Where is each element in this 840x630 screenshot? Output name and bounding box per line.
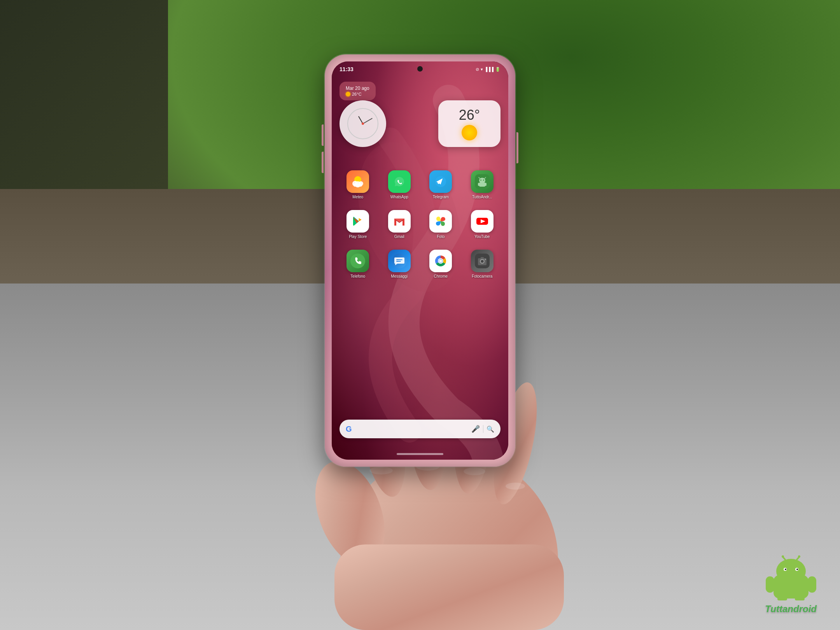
clock-hands <box>347 108 378 139</box>
foto-icon <box>429 210 452 233</box>
svg-rect-58 <box>795 597 805 600</box>
home-indicator <box>397 453 443 455</box>
sun-icon-small <box>346 92 350 96</box>
app-whatsapp[interactable]: WhatsApp <box>384 170 415 199</box>
app-meteo[interactable]: Meteo <box>342 170 373 199</box>
clock-minute-hand <box>363 118 373 124</box>
power-button <box>516 132 518 163</box>
status-icons: ⊘ ▾ ▐▐▐ 🔋 <box>476 67 500 72</box>
app-gmail[interactable]: Gmail <box>384 210 415 239</box>
whatsapp-label: WhatsApp <box>390 195 408 199</box>
widgets-area: 26° <box>340 100 500 147</box>
phone-body: 11:33 ⊘ ▾ ▐▐▐ 🔋 Mar 20 ago 26°C <box>325 54 515 467</box>
svg-point-54 <box>798 555 800 558</box>
youtube-label: YouTube <box>474 234 490 239</box>
clock-center-dot <box>362 122 364 125</box>
svg-rect-6 <box>334 544 564 630</box>
svg-rect-25 <box>479 182 485 187</box>
messages-svg <box>392 254 407 268</box>
clock-face <box>347 108 378 139</box>
gmail-icon <box>388 210 411 233</box>
separator <box>483 425 483 433</box>
phone-icon <box>346 250 369 272</box>
app-tuttodroid[interactable]: TuttoAndr... <box>467 170 498 199</box>
meteo-label: Meteo <box>352 195 363 199</box>
svg-point-44 <box>485 259 486 260</box>
gmail-svg <box>392 214 407 229</box>
app-messages[interactable]: Messaggi <box>384 250 415 278</box>
svg-point-40 <box>439 259 442 262</box>
svg-point-9 <box>464 467 485 475</box>
svg-point-32 <box>350 254 365 268</box>
svg-rect-35 <box>396 261 401 262</box>
tuttodroid-label: TuttoAndr... <box>472 195 492 199</box>
youtube-icon <box>471 210 494 233</box>
microphone-icon[interactable]: 🎤 <box>471 425 480 433</box>
svg-point-50 <box>796 569 798 570</box>
telegram-icon <box>429 170 452 193</box>
weather-sun-icon <box>462 125 477 140</box>
branding-text: Tuttandroid <box>765 604 817 614</box>
svg-point-10 <box>506 483 525 490</box>
app-foto[interactable]: Foto <box>425 210 456 239</box>
whatsapp-icon <box>388 170 411 193</box>
tuttodroid-icon <box>471 170 494 193</box>
app-row-2: Play Store <box>337 210 503 239</box>
svg-point-43 <box>481 260 483 262</box>
tuttodroid-svg <box>475 174 490 189</box>
lens-icon[interactable]: 🔍 <box>486 425 494 433</box>
phone-app-label: Telefono <box>350 274 365 278</box>
app-telegram[interactable]: Telegram <box>425 170 456 199</box>
phone-screen: 11:33 ⊘ ▾ ▐▐▐ 🔋 Mar 20 ago 26°C <box>332 61 508 460</box>
foto-svg <box>433 214 448 229</box>
weather-temp-small: 26°C <box>346 92 369 96</box>
svg-point-22 <box>483 180 484 181</box>
svg-point-49 <box>785 569 786 570</box>
weather-widget-large[interactable]: 26° <box>438 100 500 147</box>
foto-label: Foto <box>437 234 444 239</box>
app-camera[interactable]: Fotocamera <box>467 250 498 278</box>
app-chrome[interactable]: Chrome <box>425 250 456 278</box>
search-bar[interactable]: G 🎤 🔍 <box>340 420 500 438</box>
app-phone[interactable]: Telefono <box>342 250 373 278</box>
phone-svg <box>350 254 365 268</box>
playstore-label: Play Store <box>349 234 367 239</box>
camera-notch <box>417 66 423 72</box>
messages-icon <box>388 250 411 272</box>
gmail-label: Gmail <box>394 234 404 239</box>
svg-rect-56 <box>808 576 816 593</box>
weather-temp-large: 26° <box>459 107 480 123</box>
svg-rect-57 <box>777 597 787 600</box>
chrome-svg <box>433 254 448 268</box>
playstore-icon <box>346 210 369 233</box>
youtube-svg <box>475 214 490 229</box>
phone: 11:33 ⊘ ▾ ▐▐▐ 🔋 Mar 20 ago 26°C <box>325 54 515 467</box>
telegram-label: Telegram <box>433 195 449 199</box>
meteo-icon <box>346 170 369 193</box>
weather-top-widget[interactable]: Mar 20 ago 26°C <box>340 82 376 100</box>
volume-down-button <box>322 152 324 173</box>
whatsapp-svg <box>392 174 407 189</box>
svg-rect-34 <box>396 259 402 260</box>
svg-point-53 <box>782 555 784 558</box>
chrome-label: Chrome <box>434 274 448 278</box>
app-youtube[interactable]: YouTube <box>467 210 498 239</box>
camera-label-text: Fotocamera <box>472 274 492 278</box>
android-logo-svg <box>766 554 816 600</box>
svg-point-21 <box>480 180 481 181</box>
volume-up-button <box>322 124 324 146</box>
google-g-logo: G <box>346 425 352 434</box>
telegram-svg <box>433 174 448 189</box>
clock-widget[interactable] <box>340 100 386 147</box>
app-playstore[interactable]: Play Store <box>342 210 373 239</box>
app-row-1: Meteo WhatsApp <box>337 170 503 199</box>
svg-rect-55 <box>766 576 774 593</box>
signal-icon: ▐▐▐ <box>485 67 494 72</box>
meteo-svg <box>350 174 365 189</box>
svg-point-46 <box>776 559 806 584</box>
messages-label: Messaggi <box>391 274 408 278</box>
chrome-icon <box>429 250 452 272</box>
tuttodroid-branding: Tuttandroid <box>765 554 817 614</box>
svg-point-7 <box>369 467 393 474</box>
app-row-3: Telefono <box>337 250 503 278</box>
